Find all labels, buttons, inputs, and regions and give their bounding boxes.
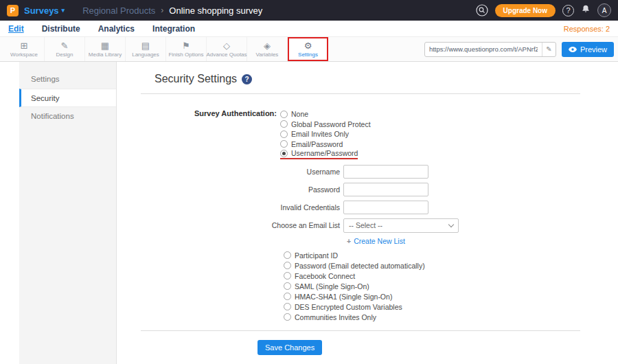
chevron-down-icon: ▾ xyxy=(62,7,65,14)
radio-label: HMAC-SHA1 (Single Sign-On) xyxy=(295,293,392,301)
radio-circle-icon[interactable] xyxy=(280,130,288,138)
toolbar-item-media-library[interactable]: ▦ Media Library xyxy=(85,37,126,61)
radio-global-password-protect[interactable]: Global Password Protect xyxy=(280,120,371,130)
divider xyxy=(141,93,580,94)
create-new-list-label: Create New List xyxy=(354,237,405,245)
radio-label: DES Encrypted Custom Variables xyxy=(295,303,402,311)
radio-email-invites-only[interactable]: Email Invites Only xyxy=(280,129,349,139)
breadcrumb-parent[interactable]: Regional Products xyxy=(82,5,155,16)
sidebar-item-security[interactable]: Security xyxy=(19,89,116,107)
radio-communities-invites-only[interactable]: Communities Invites Only xyxy=(284,312,376,323)
email-list-selected-value: -- Select -- xyxy=(349,221,382,229)
help-icon[interactable]: ? xyxy=(562,5,574,16)
tab-edit[interactable]: Edit xyxy=(8,24,24,34)
radio-none[interactable]: None xyxy=(280,109,308,120)
radio-circle-icon[interactable] xyxy=(284,282,291,290)
toolbar-label: Languages xyxy=(132,52,159,58)
username-field[interactable] xyxy=(343,165,428,179)
toolbar-label: Advance Quotas xyxy=(206,52,247,58)
password-label: Password xyxy=(154,185,343,194)
save-changes-button[interactable]: Save Changes xyxy=(258,340,322,355)
sidebar-item-notifications[interactable]: Notifications xyxy=(19,107,116,126)
divider xyxy=(141,330,580,331)
breadcrumb-current: Online shopping survey xyxy=(169,5,262,16)
toolbar-item-design[interactable]: ✎ Design xyxy=(45,37,85,61)
toolbar-item-languages[interactable]: ▤ Languages xyxy=(126,37,166,61)
toolbar-item-workspace[interactable]: ⊞ Workspace xyxy=(4,37,45,61)
main-nav: Edit Distribute Analytics Integration Re… xyxy=(0,21,618,36)
radio-circle-icon[interactable] xyxy=(280,120,288,128)
radio-hmac-sha1[interactable]: HMAC-SHA1 (Single Sign-On) xyxy=(284,292,392,302)
security-form: Survey Authentication: None Global Passw… xyxy=(154,109,580,355)
tab-distribute[interactable]: Distribute xyxy=(42,24,80,34)
radio-label: Username/Password xyxy=(291,149,358,157)
questionpro-logo: P xyxy=(7,5,19,16)
radio-circle-selected-icon[interactable] xyxy=(280,150,288,157)
radio-password-email-detected[interactable]: Password (Email detected automatically) xyxy=(284,261,425,271)
surveys-menu[interactable]: Surveys ▾ xyxy=(24,5,65,16)
toolbar-item-advance-quotas[interactable]: ◇ Advance Quotas xyxy=(207,37,247,61)
toolbar-label: Settings xyxy=(298,52,318,58)
invalid-credentials-field[interactable] xyxy=(343,201,428,214)
chevron-down-icon xyxy=(448,221,454,227)
top-bar: P Surveys ▾ Regional Products › Online s… xyxy=(0,0,618,21)
notifications-bell-icon[interactable] xyxy=(581,4,591,17)
preview-button-label: Preview xyxy=(580,45,607,54)
radio-circle-icon[interactable] xyxy=(284,262,291,269)
responses-count[interactable]: Responses: 2 xyxy=(564,25,610,33)
help-circle-icon[interactable]: ? xyxy=(242,74,252,84)
eye-icon xyxy=(569,46,577,53)
toolbar-item-variables[interactable]: ◈ Variables xyxy=(247,37,288,61)
radio-circle-icon[interactable] xyxy=(284,251,291,259)
upgrade-now-button[interactable]: Upgrade Now xyxy=(495,4,556,17)
plus-icon: + xyxy=(347,237,351,245)
radio-label: Email Invites Only xyxy=(291,130,349,138)
email-list-select[interactable]: -- Select -- xyxy=(343,218,459,233)
radio-circle-icon[interactable] xyxy=(280,111,288,118)
breadcrumb-separator-icon: › xyxy=(161,5,163,15)
radio-participant-id[interactable]: Participant ID xyxy=(284,251,338,261)
toolbar-label: Media Library xyxy=(89,52,122,58)
radio-saml-single-sign-on[interactable]: SAML (Single Sign-On) xyxy=(284,282,369,292)
toolbar-label: Design xyxy=(56,52,73,58)
radio-email-password[interactable]: Email/Password xyxy=(280,139,343,150)
radio-label: Participant ID xyxy=(295,251,338,260)
edit-url-pencil-icon[interactable]: ✎ xyxy=(542,43,556,56)
auth-radio-group: None Global Password Protect Email Invit… xyxy=(280,109,371,159)
edit-toolbar: ⊞ Workspace ✎ Design ▦ Media Library ▤ L… xyxy=(0,36,618,62)
create-new-list-link[interactable]: + Create New List xyxy=(347,237,405,245)
password-field[interactable] xyxy=(343,183,428,196)
advance-quotas-icon: ◇ xyxy=(223,41,230,51)
radio-circle-icon[interactable] xyxy=(284,303,291,310)
invalid-credentials-label: Invalid Credentials xyxy=(154,203,343,212)
preview-button[interactable]: Preview xyxy=(562,42,614,57)
toolbar-label: Variables xyxy=(256,52,279,58)
left-gutter xyxy=(0,62,19,364)
radio-label: Password (Email detected automatically) xyxy=(295,262,425,270)
radio-circle-icon[interactable] xyxy=(284,313,291,321)
tab-integration[interactable]: Integration xyxy=(152,24,195,34)
languages-icon: ▤ xyxy=(141,41,150,51)
radio-circle-icon[interactable] xyxy=(284,272,291,280)
survey-url-input[interactable] xyxy=(425,45,542,53)
username-label: Username xyxy=(154,168,343,176)
search-icon[interactable] xyxy=(476,4,488,16)
email-list-label: Choose an Email List xyxy=(154,221,343,229)
security-settings-panel: Security Settings ? Survey Authenticatio… xyxy=(117,62,618,364)
avatar[interactable]: A xyxy=(597,3,611,17)
radio-username-password[interactable]: Username/Password xyxy=(280,149,358,159)
tab-analytics[interactable]: Analytics xyxy=(98,24,135,34)
radio-label: Communities Invites Only xyxy=(295,313,376,321)
toolbar-item-settings[interactable]: ⚙ Settings xyxy=(288,37,328,61)
toolbar-item-finish-options[interactable]: ⚑ Finish Options xyxy=(166,37,207,61)
radio-circle-icon[interactable] xyxy=(284,293,291,300)
radio-facebook-connect[interactable]: Facebook Connect xyxy=(284,271,355,282)
radio-des-encrypted-custom-variables[interactable]: DES Encrypted Custom Variables xyxy=(284,302,402,312)
page-title: Security Settings xyxy=(154,73,237,85)
toolbar-label: Workspace xyxy=(10,52,38,58)
sidebar-item-settings[interactable]: Settings xyxy=(19,70,116,89)
radio-circle-icon[interactable] xyxy=(280,140,288,148)
surveys-menu-label: Surveys xyxy=(24,5,59,16)
media-library-icon: ▦ xyxy=(101,41,109,51)
survey-authentication-label: Survey Authentication: xyxy=(154,109,280,159)
